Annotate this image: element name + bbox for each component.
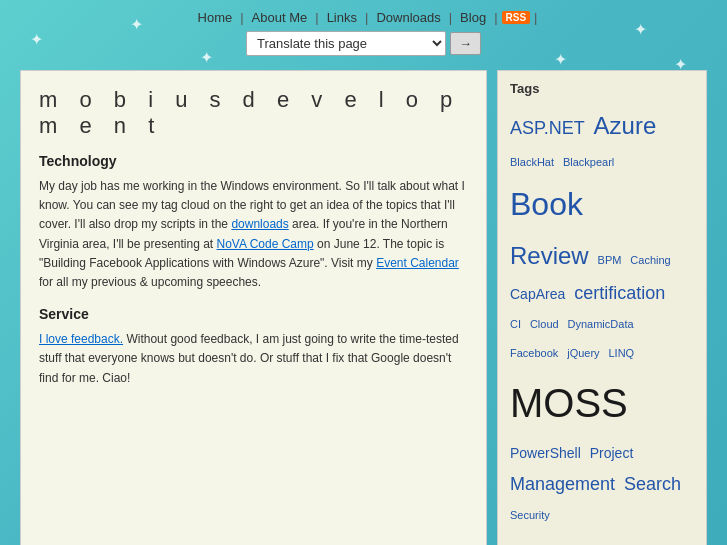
main-layout: m o b i u s d e v e l o p m e n t Techno…	[0, 70, 727, 545]
tag-facebook[interactable]: Facebook	[510, 347, 558, 359]
tag-caparea[interactable]: CapArea	[510, 286, 565, 302]
tag-book[interactable]: Book	[510, 186, 583, 222]
tags-cloud: ASP.NET Azure BlackHat Blackpearl Book R…	[510, 104, 694, 545]
rss-badge[interactable]: RSS	[502, 11, 531, 24]
tag-aspnet[interactable]: ASP.NET	[510, 118, 585, 138]
tag-blackhat[interactable]: BlackHat	[510, 156, 554, 168]
link-event-calendar[interactable]: Event Calendar	[376, 256, 459, 270]
section-text-service: I love feedback. Without good feedback, …	[39, 330, 468, 388]
translate-bar: Translate this page →	[0, 31, 727, 56]
tag-ci[interactable]: CI	[510, 318, 521, 330]
link-nova-code-camp[interactable]: NoVA Code Camp	[217, 237, 314, 251]
translate-select[interactable]: Translate this page	[246, 31, 446, 56]
nav-links[interactable]: Links	[319, 10, 365, 25]
link-downloads[interactable]: downloads	[231, 217, 288, 231]
link-feedback[interactable]: I love feedback.	[39, 332, 123, 346]
tag-cloud[interactable]: Cloud	[530, 318, 559, 330]
tag-moss[interactable]: MOSS	[510, 381, 628, 425]
tag-jquery[interactable]: jQuery	[567, 347, 599, 359]
section-text-technology: My day job has me working in the Windows…	[39, 177, 468, 292]
tag-sharepoint2010[interactable]: SharePoint2010	[510, 539, 727, 545]
nav-sep: |	[534, 10, 537, 25]
site-title: m o b i u s d e v e l o p m e n t	[39, 87, 468, 139]
tag-search[interactable]: Search	[624, 474, 681, 494]
tag-blackpearl[interactable]: Blackpearl	[563, 156, 614, 168]
tag-powershell[interactable]: PowerShell	[510, 445, 581, 461]
nav-bar: Home | About Me | Links | Downloads | Bl…	[0, 10, 727, 25]
nav-downloads[interactable]: Downloads	[368, 10, 448, 25]
header: ✦ ✦ ✦ ✦ ✦ ✦ Home | About Me | Links | Do…	[0, 0, 727, 70]
content-panel: m o b i u s d e v e l o p m e n t Techno…	[20, 70, 487, 545]
nav-sep: |	[494, 10, 497, 25]
tag-azure[interactable]: Azure	[594, 112, 657, 139]
nav-about[interactable]: About Me	[244, 10, 316, 25]
tag-linq[interactable]: LINQ	[609, 347, 635, 359]
tags-title: Tags	[510, 81, 694, 96]
tag-caching[interactable]: Caching	[630, 254, 670, 266]
translate-button[interactable]: →	[450, 32, 481, 55]
tag-bpm[interactable]: BPM	[598, 254, 622, 266]
section-heading-service: Service	[39, 306, 468, 322]
tags-panel: Tags ASP.NET Azure BlackHat Blackpearl B…	[497, 70, 707, 545]
nav-blog[interactable]: Blog	[452, 10, 494, 25]
tag-security[interactable]: Security	[510, 509, 550, 521]
tag-review[interactable]: Review	[510, 242, 589, 269]
tag-project[interactable]: Project	[590, 445, 634, 461]
tag-management[interactable]: Management	[510, 474, 615, 494]
tag-certification[interactable]: certification	[574, 283, 665, 303]
section-heading-technology: Technology	[39, 153, 468, 169]
tag-dynamicdata[interactable]: DynamicData	[568, 318, 634, 330]
nav-home[interactable]: Home	[190, 10, 241, 25]
